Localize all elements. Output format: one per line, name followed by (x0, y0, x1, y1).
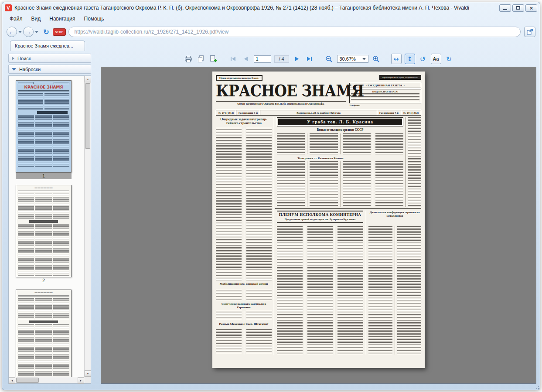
next-page-button[interactable] (292, 54, 302, 64)
menu-navigation[interactable]: Навигация (45, 15, 79, 23)
headline-krasin: У гроба тов. Л. Б. Красина (278, 119, 402, 125)
headline-plenum: ПЛЕНУМ ИСПОЛКОМА КОМИНТЕРНА (277, 212, 363, 217)
sidebar-panel-search[interactable]: Поиск (8, 54, 91, 63)
zoom-level-dropdown[interactable]: 30.67% (337, 55, 368, 63)
tab-krasnoe-znamya[interactable]: Красное Знамя ежеднев... (10, 41, 85, 51)
window-title: Красное Знамя ежедневная газета Таганрог… (14, 5, 497, 11)
thumbnail-page-2[interactable]: —————— 2 (16, 185, 72, 284)
menu-help[interactable]: Помощь (80, 15, 108, 23)
newspaper-masthead-row: КРАСНОЕ ЗНАМЯ Орган Таганрогского Окрком… (216, 83, 421, 108)
text-column (373, 161, 403, 207)
stop-button[interactable]: STOP (53, 28, 66, 36)
tab-strip: Красное Знамя ежеднев... (2, 40, 540, 51)
scroll-right-button[interactable]: ► (78, 377, 84, 384)
text-column (277, 133, 305, 154)
vivaldi-logo-icon: V (5, 4, 12, 11)
rotate-right-button[interactable]: ↻ (444, 54, 454, 64)
thumbnail-image-1: КРАСНОЕ ЗНАМЯ (16, 80, 72, 173)
maximize-button[interactable] (512, 4, 524, 12)
scroll-down-button[interactable]: ▼ (85, 370, 91, 377)
zoom-level-value: 30.67% (340, 56, 356, 61)
page-number-input[interactable]: 1 (254, 55, 271, 63)
masthead: КРАСНОЕ ЗНАМЯ (216, 83, 346, 100)
menu-file[interactable]: Файл (6, 15, 27, 23)
thumbnail-page-1[interactable]: КРАСНОЕ ЗНАМЯ 1 (16, 80, 72, 179)
text-column (373, 133, 403, 154)
forward-button[interactable]: → (23, 27, 34, 37)
horizontal-scroll-thumb[interactable] (16, 378, 39, 383)
print-button[interactable] (184, 54, 193, 64)
subhead-telegram: Телеграмма т.т. Калинина и Рыкова (277, 157, 364, 160)
close-button[interactable]: × (525, 4, 537, 12)
address-bar[interactable]: https://vivaldi.taglib-collection.ru/rz_… (68, 27, 521, 37)
newspaper-page: Цена отдельного номера 3 коп. Пролетарии… (212, 72, 425, 368)
text-selection-button[interactable]: Aa (431, 54, 441, 64)
date-bar: № 271 (1412) Год издания 7-й Воскресенье… (216, 110, 421, 116)
article-text (277, 226, 363, 355)
url-text: https://vivaldi.taglib-collection.ru/rz_… (75, 29, 229, 35)
last-page-button[interactable] (305, 54, 314, 64)
back-button[interactable]: ← (7, 27, 17, 37)
next-page-icon (295, 57, 299, 61)
column-rule (366, 211, 366, 355)
thumb-text-block (16, 193, 71, 219)
previous-page-button[interactable] (241, 54, 251, 64)
page-total-label: / 4 (274, 55, 289, 63)
year-left: Год издания 7-й (236, 110, 260, 115)
zoom-out-button[interactable] (324, 54, 334, 64)
subhead-wreaths: Венки от высших органов СССР (277, 128, 403, 132)
thumb-text-block (16, 324, 71, 377)
reload-button[interactable]: ↻ (41, 28, 51, 36)
resize-grip[interactable] (535, 385, 539, 389)
article-text (216, 128, 272, 280)
headline-krasin-box: У гроба тов. Л. Б. Красина (277, 117, 403, 126)
text-column (408, 117, 421, 207)
save-button[interactable] (209, 54, 218, 64)
newspaper-body: Очередные задачи внутрипар-тийного строи… (216, 117, 421, 355)
thumbnails-horizontal-scrollbar[interactable]: ◄ ► (9, 377, 84, 383)
text-column (305, 226, 333, 355)
article-text (216, 329, 272, 355)
back-history-dropdown[interactable] (18, 31, 22, 33)
navigation-toolbar: ← → ↻ STOP https://vivaldi.taglib-collec… (2, 24, 540, 40)
previous-page-icon (244, 57, 248, 61)
pdf-toolbar: 1 / 4 30.67% (101, 51, 536, 67)
thumb-title-line: —————— (16, 186, 71, 190)
window-controls: × (499, 4, 537, 12)
thumbnail-page-3[interactable]: —————— (16, 290, 72, 377)
thumbnails-vertical-scrollbar[interactable]: ▲ ▼ (84, 76, 91, 377)
text-column (216, 311, 242, 320)
article-text (277, 133, 403, 154)
text-column (244, 290, 272, 300)
fit-width-button[interactable]: ↔ (391, 54, 402, 64)
first-page-button[interactable] (228, 54, 238, 64)
zoom-in-button[interactable] (372, 54, 381, 64)
thumb-title-line: —————— (16, 291, 71, 294)
rotate-left-button[interactable]: ↺ (418, 54, 428, 64)
open-external-icon[interactable] (524, 27, 535, 37)
scroll-up-button[interactable]: ▲ (85, 76, 91, 82)
scroll-left-button[interactable]: ◄ (9, 377, 15, 384)
close-icon: × (530, 5, 533, 11)
vertical-scroll-thumb[interactable] (85, 83, 90, 149)
collapsed-triangle-icon (12, 57, 14, 60)
menu-view[interactable]: Вид (27, 15, 45, 23)
expanded-triangle-icon (12, 68, 16, 71)
text-column (395, 226, 421, 355)
headline-delegates: Делегатская конференция германских метал… (368, 211, 421, 218)
thumb-masthead: КРАСНОЕ ЗНАМЯ (16, 85, 71, 89)
sidebar-panel-outline[interactable]: Наброски (8, 65, 91, 74)
year-right: Год издания 7-й (377, 110, 401, 115)
minimize-button[interactable] (499, 4, 511, 12)
text-column (340, 161, 371, 207)
newspaper-top-row: Цена отдельного номера 3 коп. Пролетарии… (216, 75, 421, 82)
date-line: Воскресенье, 28-го ноября 1926 года (260, 110, 377, 115)
masthead-block: КРАСНОЕ ЗНАМЯ Орган Таганрогского Окрком… (216, 83, 346, 108)
forward-history-dropdown[interactable] (35, 31, 38, 33)
column-rule (274, 117, 274, 355)
thumbnails-list: КРАСНОЕ ЗНАМЯ 1 —————— (9, 76, 84, 377)
zoom-in-icon (372, 55, 380, 63)
thumb-header-boxes (16, 81, 71, 84)
fit-page-button[interactable]: ↕ (405, 54, 415, 64)
copy-page-button[interactable] (196, 54, 206, 64)
